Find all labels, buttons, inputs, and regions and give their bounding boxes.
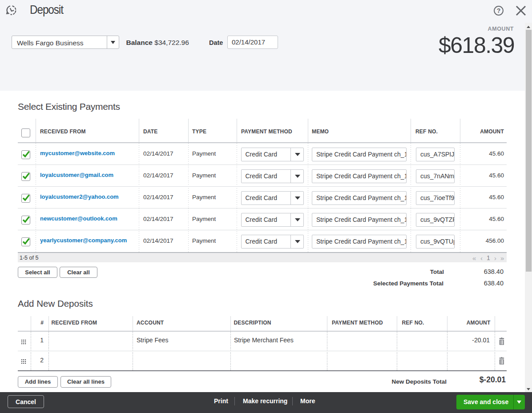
svg-text:?: ? [497, 7, 501, 14]
